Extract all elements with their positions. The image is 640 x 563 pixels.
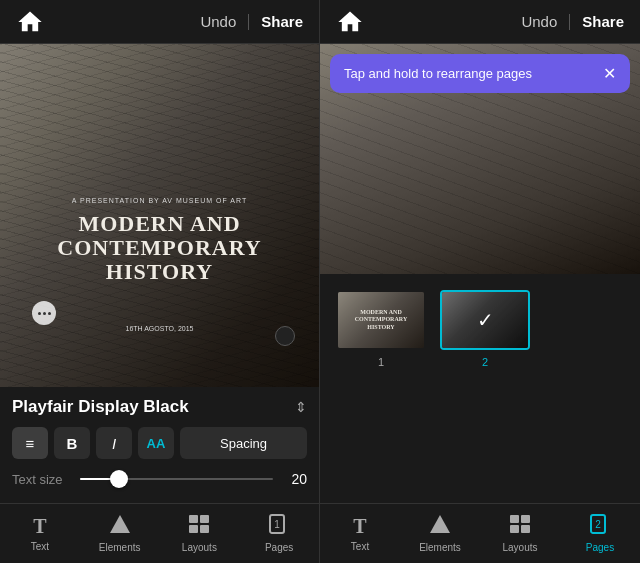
page-2-number: 2 bbox=[482, 356, 488, 368]
pages-nav-label: Pages bbox=[265, 542, 293, 553]
page-2-check-icon: ✓ bbox=[477, 308, 494, 332]
page-1-thumbnail[interactable]: MODERN ANDCONTEMPORARYHISTORY bbox=[336, 290, 426, 350]
divider bbox=[248, 14, 249, 30]
right-nav-item-pages[interactable]: 2 Pages bbox=[560, 504, 640, 563]
dots-button[interactable] bbox=[32, 301, 56, 325]
svg-rect-4 bbox=[200, 525, 209, 533]
left-canvas[interactable]: A PRESENTATION BY AV MUSEUM OF ART MODER… bbox=[0, 44, 319, 387]
italic-button[interactable]: I bbox=[96, 427, 132, 459]
nav-item-pages[interactable]: 1 Pages bbox=[239, 504, 319, 563]
slider-thumb[interactable] bbox=[110, 470, 128, 488]
page-1-thumb-inner: MODERN ANDCONTEMPORARYHISTORY bbox=[338, 292, 424, 348]
text-size-label: Text size bbox=[12, 472, 70, 487]
svg-rect-11 bbox=[521, 525, 530, 533]
slide-date: 16TH AGOSTO, 2015 bbox=[126, 325, 194, 332]
slide-dots-menu[interactable] bbox=[32, 301, 56, 325]
left-top-bar: Undo Share bbox=[0, 0, 319, 44]
right-divider bbox=[569, 14, 570, 30]
font-name-label: Playfair Display Black bbox=[12, 397, 189, 417]
slide-subtitle: A PRESENTATION BY AV MUSEUM OF ART bbox=[16, 197, 303, 204]
format-row: ≡ B I AA Spacing bbox=[12, 427, 307, 459]
bold-button[interactable]: B bbox=[54, 427, 90, 459]
left-panel: Undo Share A PRESENTATION BY AV MUSEUM O… bbox=[0, 0, 320, 563]
right-bottom-nav: T Text Elements Layouts bbox=[320, 503, 640, 563]
right-layouts-nav-icon bbox=[509, 514, 531, 539]
right-top-bar-actions: Undo Share bbox=[521, 13, 624, 30]
right-canvas: Tap and hold to rearrange pages ✕ bbox=[320, 44, 640, 274]
slide-circle-control[interactable] bbox=[275, 326, 295, 346]
page-2-wrapper[interactable]: ✓ 2 bbox=[440, 290, 530, 368]
font-selector-row: Playfair Display Black ⇕ bbox=[12, 397, 307, 417]
svg-rect-9 bbox=[521, 515, 530, 523]
slider-track bbox=[80, 478, 273, 480]
elements-nav-icon bbox=[109, 514, 131, 539]
right-undo-button[interactable]: Undo bbox=[521, 13, 557, 30]
svg-rect-10 bbox=[510, 525, 519, 533]
right-nav-item-elements[interactable]: Elements bbox=[400, 504, 480, 563]
right-pages-nav-label: Pages bbox=[586, 542, 614, 553]
svg-rect-2 bbox=[200, 515, 209, 523]
text-size-slider[interactable] bbox=[80, 469, 273, 489]
slide-preview: A PRESENTATION BY AV MUSEUM OF ART MODER… bbox=[0, 44, 319, 387]
right-home-icon[interactable] bbox=[336, 8, 364, 36]
share-button[interactable]: Share bbox=[261, 13, 303, 30]
svg-marker-0 bbox=[110, 515, 130, 533]
left-bottom-nav: T Text Elements Layouts bbox=[0, 503, 319, 563]
dot1 bbox=[38, 312, 41, 315]
text-nav-icon: T bbox=[33, 515, 46, 538]
page-2-thumbnail[interactable]: ✓ bbox=[440, 290, 530, 350]
slide-text-block: A PRESENTATION BY AV MUSEUM OF ART MODER… bbox=[16, 197, 303, 285]
right-pages-nav-icon: 2 bbox=[589, 514, 611, 539]
text-size-value: 20 bbox=[283, 471, 307, 487]
pages-nav-icon: 1 bbox=[268, 514, 290, 539]
dot3 bbox=[48, 312, 51, 315]
text-nav-label: Text bbox=[31, 541, 49, 552]
page-1-thumb-text: MODERN ANDCONTEMPORARYHISTORY bbox=[355, 309, 407, 331]
pages-thumbnails-area: MODERN ANDCONTEMPORARYHISTORY 1 ✓ 2 bbox=[320, 274, 640, 503]
right-text-nav-icon: T bbox=[353, 515, 366, 538]
svg-marker-7 bbox=[430, 515, 450, 533]
home-icon[interactable] bbox=[16, 8, 44, 36]
layouts-nav-icon bbox=[188, 514, 210, 539]
svg-rect-8 bbox=[510, 515, 519, 523]
undo-button[interactable]: Undo bbox=[200, 13, 236, 30]
right-nav-item-layouts[interactable]: Layouts bbox=[480, 504, 560, 563]
right-panel: Undo Share Tap and hold to rearrange pag… bbox=[320, 0, 640, 563]
toolbar-area: Playfair Display Black ⇕ ≡ B I AA Spacin… bbox=[0, 387, 319, 503]
text-size-row: Text size 20 bbox=[12, 469, 307, 489]
toast-message: Tap and hold to rearrange pages ✕ bbox=[330, 54, 630, 93]
layouts-nav-label: Layouts bbox=[182, 542, 217, 553]
toast-text: Tap and hold to rearrange pages bbox=[344, 66, 532, 81]
page-2-thumb-inner: ✓ bbox=[442, 292, 528, 348]
right-layouts-nav-label: Layouts bbox=[502, 542, 537, 553]
right-elements-nav-label: Elements bbox=[419, 542, 461, 553]
svg-rect-1 bbox=[189, 515, 198, 523]
right-elements-nav-icon bbox=[429, 514, 451, 539]
svg-text:1: 1 bbox=[274, 519, 280, 530]
page-1-wrapper[interactable]: MODERN ANDCONTEMPORARYHISTORY 1 bbox=[336, 290, 426, 368]
right-top-bar: Undo Share bbox=[320, 0, 640, 44]
nav-item-text[interactable]: T Text bbox=[0, 504, 80, 563]
top-bar-actions: Undo Share bbox=[200, 13, 303, 30]
svg-rect-3 bbox=[189, 525, 198, 533]
right-nav-item-text[interactable]: T Text bbox=[320, 504, 400, 563]
elements-nav-label: Elements bbox=[99, 542, 141, 553]
right-share-button[interactable]: Share bbox=[582, 13, 624, 30]
page-1-number: 1 bbox=[378, 356, 384, 368]
nav-item-layouts[interactable]: Layouts bbox=[160, 504, 240, 563]
right-text-nav-label: Text bbox=[351, 541, 369, 552]
toast-close-button[interactable]: ✕ bbox=[603, 64, 616, 83]
dot2 bbox=[43, 312, 46, 315]
nav-item-elements[interactable]: Elements bbox=[80, 504, 160, 563]
spacing-button[interactable]: Spacing bbox=[180, 427, 307, 459]
aa-button[interactable]: AA bbox=[138, 427, 174, 459]
slide-title: MODERN AND CONTEMPORARY HISTORY bbox=[16, 212, 303, 285]
font-arrows-icon[interactable]: ⇕ bbox=[295, 399, 307, 415]
align-button[interactable]: ≡ bbox=[12, 427, 48, 459]
svg-text:2: 2 bbox=[595, 519, 601, 530]
